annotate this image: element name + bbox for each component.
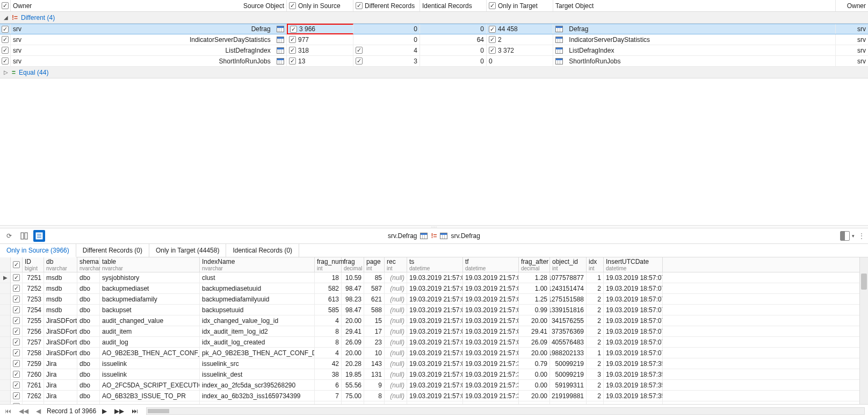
dropdown-icon[interactable]: ▾ (851, 233, 855, 239)
cell-rec: (null) (385, 305, 407, 315)
sub-tab[interactable]: Identical Records (0) (226, 244, 299, 257)
table-row[interactable]: 7262JiradboAO_6B32B3_ISSUE_TO_PRindex_ao… (11, 391, 859, 401)
compare-row[interactable]: srvIndicatorServerDayStatistics 9770642 … (0, 34, 868, 45)
cell-object_id: 1275151588 (550, 294, 587, 304)
row-check[interactable] (13, 382, 20, 389)
cell-db: JiraSDFortis (44, 337, 77, 347)
grid-check-all[interactable] (13, 261, 20, 268)
col-header-object_id[interactable]: object_idint (550, 257, 587, 272)
only-src-check[interactable] (289, 47, 296, 54)
row-check[interactable] (2, 26, 9, 33)
only-tgt-check[interactable] (489, 26, 496, 33)
col-header-ID[interactable]: IDbigint (23, 257, 44, 272)
sub-tab[interactable]: Only in Target (44458) (149, 244, 227, 257)
compare-row[interactable]: srvListDefragIndex 318403 372 ListDefrag… (0, 45, 868, 56)
nav-next-page-button[interactable]: ▶▶ (113, 407, 126, 415)
col-header-db[interactable]: dbnvarchar (44, 257, 77, 272)
only-tgt-count: 44 458 (498, 25, 518, 33)
diff-check[interactable] (356, 47, 363, 54)
only-src-count: 13 (298, 57, 305, 65)
col-header-frag[interactable]: fragdecimal (342, 257, 364, 272)
table-row[interactable]: 7259Jiradboissuelinkissuelink_src4220.28… (11, 358, 859, 369)
cell-idx: 2 (587, 305, 604, 315)
cell-db: Jira (44, 369, 77, 379)
cell-frag_num: 8 (315, 326, 342, 336)
col-header-frag_num[interactable]: frag_numint (315, 257, 342, 272)
sub-tab[interactable]: Only in Source (3966) (0, 244, 76, 257)
row-check[interactable] (13, 349, 20, 356)
cell-object_id: 219199881 (550, 391, 587, 401)
col-header-frag_after[interactable]: frag_afterdecimal (519, 257, 550, 272)
table-row[interactable]: 7254msdbdbobackupsetbackupsetuuid58598.4… (11, 305, 859, 315)
row-check[interactable] (13, 328, 20, 335)
col-header-rec[interactable]: recint (385, 257, 407, 272)
table-row[interactable]: 7251msdbdbosysjobhistoryclust1810.5985(n… (11, 272, 859, 283)
col-header-page[interactable]: pageint (364, 257, 385, 272)
cell-page: 10 (364, 348, 385, 358)
row-check[interactable] (13, 285, 20, 292)
nav-last-button[interactable]: ⏭ (130, 407, 140, 415)
nav-prev-page-button[interactable]: ◀◀ (17, 407, 30, 415)
col-header-IndexName[interactable]: IndexNamenvarchar (200, 257, 315, 272)
sub-tab[interactable]: Different Records (0) (76, 244, 149, 257)
row-check[interactable] (13, 296, 20, 303)
only-tgt-check[interactable] (489, 36, 496, 43)
only-src-check[interactable] (290, 26, 297, 33)
table-row[interactable]: 7258JiraSDFortisdboAO_9B2E3B_THEN_ACT_CO… (11, 348, 859, 358)
table-row[interactable]: 7256JiraSDFortisdboaudit_itemidx_audit_i… (11, 326, 859, 337)
col-header-InsertUTCDate[interactable]: InsertUTCDatedatetime (604, 257, 663, 272)
col-header-shema[interactable]: shemanvarchar (77, 257, 100, 272)
table-row[interactable]: 7252msdbdbobackupmediasetbackupmediasetu… (11, 283, 859, 294)
row-check[interactable] (13, 317, 20, 324)
header-check-all[interactable] (2, 2, 9, 9)
col-header-chk[interactable] (11, 257, 23, 272)
col-header-ts[interactable]: tsdatetime (407, 257, 463, 272)
cell-frag_num: 4 (315, 348, 342, 358)
row-check[interactable] (2, 47, 9, 54)
row-check[interactable] (2, 57, 9, 64)
layout-toggle-button[interactable] (840, 231, 850, 241)
row-check[interactable] (13, 392, 20, 399)
table-row[interactable]: 7257JiraSDFortisdboaudit_logidx_audit_lo… (11, 337, 859, 348)
only-src-check[interactable] (289, 36, 296, 43)
table-row[interactable]: 7260Jiradboissuelinkissuelink_dest3819.8… (11, 369, 859, 380)
columns-view-button[interactable] (18, 230, 30, 242)
cell-shema: dbo (77, 272, 100, 283)
filter-only-in-target-check[interactable] (489, 2, 496, 9)
col-header-idx[interactable]: idxint (587, 257, 604, 272)
data-grid[interactable]: IDbigintdbnvarcharshemanvarchartablenvar… (11, 257, 859, 404)
row-check[interactable] (13, 306, 20, 313)
cell-ID: 7257 (23, 337, 44, 347)
col-header-table[interactable]: tablenvarchar (100, 257, 200, 272)
row-check[interactable] (13, 339, 20, 346)
filter-only-in-source-check[interactable] (289, 2, 296, 9)
compare-row[interactable]: srvDefrag 3 9660044 458 Defragsrv (0, 24, 868, 34)
row-check[interactable] (13, 274, 20, 281)
diff-check[interactable] (356, 57, 363, 64)
col-header-tf[interactable]: tfdatetime (463, 257, 519, 272)
list-view-button[interactable] (33, 230, 45, 242)
vertical-scrollbar[interactable] (859, 257, 868, 404)
refresh-button[interactable]: ⟳ (3, 230, 15, 242)
cell-db: JiraSDFortis (44, 315, 77, 326)
horizontal-scrollbar[interactable] (146, 407, 865, 415)
row-check[interactable] (13, 360, 20, 367)
cell-ID: 7262 (23, 391, 44, 401)
nav-next-button[interactable]: ▶ (100, 407, 108, 415)
row-check[interactable] (2, 36, 9, 43)
only-tgt-check[interactable] (489, 47, 496, 54)
table-row[interactable]: 7255JiraSDFortisdboaudit_changed_valueid… (11, 315, 859, 326)
nav-first-button[interactable]: ⏮ (3, 407, 13, 415)
more-button[interactable]: ⋮ (858, 232, 865, 240)
compare-row[interactable]: srvShortInfoRunJobs 13300 ShortInfoRunJo… (0, 56, 868, 67)
row-check[interactable] (13, 371, 20, 378)
group-different[interactable]: ◢ != Different (4) (0, 12, 868, 24)
cell-frag_after: 0.99 (519, 305, 550, 315)
table-row[interactable]: 7253msdbdbobackupmediafamilybackupmediaf… (11, 294, 859, 305)
group-equal[interactable]: ▷ = Equal (44) (0, 67, 868, 78)
only-src-check[interactable] (289, 57, 296, 64)
nav-prev-button[interactable]: ◀ (34, 407, 42, 415)
filter-different-check[interactable] (356, 2, 363, 9)
svg-rect-0 (21, 233, 24, 239)
table-row[interactable]: 7261JiradboAO_2FC5DA_SCRIPT_EXECUTIONind… (11, 380, 859, 391)
